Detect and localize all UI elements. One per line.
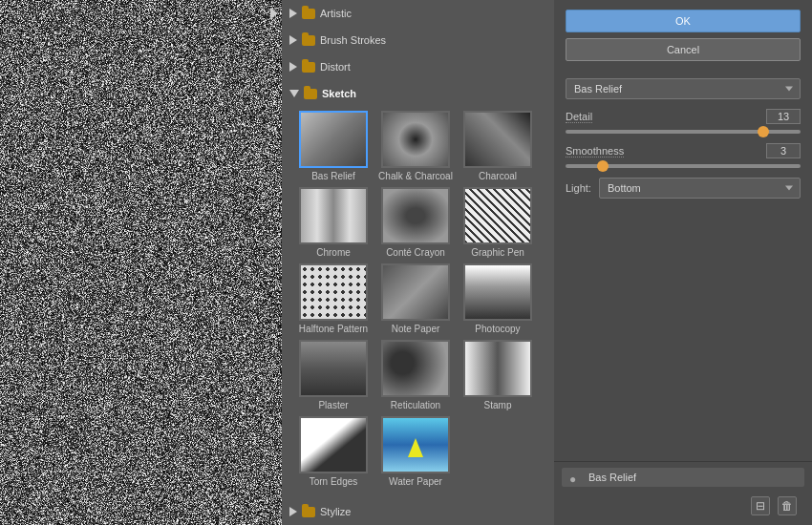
layer-item: Bas Relief [562, 468, 804, 487]
filter-thumb-note-paper[interactable]: Note Paper [377, 263, 454, 334]
filter-thumb-chalk-charcoal[interactable]: Chalk & Charcoal [377, 111, 454, 181]
detail-header: Detail [566, 109, 801, 124]
filter-section-header-distort[interactable]: Distort [282, 57, 554, 76]
light-row: Light: Bottom Top Left Right Top Left To… [566, 178, 801, 199]
section-label-distort: Distort [320, 61, 351, 73]
layer-toolbar: ⊟ 🗑 [562, 493, 804, 519]
filter-dropdown[interactable]: Bas Relief [566, 78, 801, 99]
delete-layer-button[interactable]: 🗑 [778, 496, 797, 515]
thumb-img-plaster [299, 340, 368, 397]
filter-dropdown-container: Bas Relief [566, 78, 801, 99]
filter-section-distort: Distort [282, 53, 554, 80]
add-layer-button[interactable]: ⊟ [751, 496, 770, 515]
layer-name: Bas Relief [588, 472, 636, 483]
thumb-label-conte-crayon: Conté Crayon [386, 247, 445, 258]
cancel-button[interactable]: Cancel [566, 38, 801, 61]
thumb-img-chalk-charcoal [381, 111, 450, 168]
section-label-brush-strokes: Brush Strokes [320, 34, 386, 46]
thumb-label-bas-relief: Bas Relief [311, 171, 355, 181]
thumb-img-charcoal [463, 111, 532, 168]
filter-thumb-bas-relief[interactable]: Bas Relief [295, 111, 372, 181]
filter-section-header-sketch[interactable]: Sketch [282, 84, 554, 103]
thumb-img-bas-relief [299, 111, 368, 168]
thumb-label-charcoal: Charcoal [479, 171, 517, 181]
thumb-img-reticulation [381, 340, 450, 397]
filter-thumb-stamp[interactable]: Stamp [459, 340, 536, 410]
detail-control: Detail [566, 109, 801, 134]
thumb-img-note-paper [381, 263, 450, 321]
section-label-artistic: Artistic [320, 8, 352, 19]
button-area: OK Cancel [554, 0, 812, 69]
collapse-triangle-brush-strokes [289, 35, 297, 45]
filter-thumb-plaster[interactable]: Plaster [295, 340, 372, 410]
preview-canvas [0, 0, 282, 525]
thumb-img-water-paper [381, 416, 450, 473]
light-label: Light: [566, 182, 591, 194]
smoothness-value[interactable] [766, 143, 801, 158]
thumb-label-plaster: Plaster [318, 400, 348, 410]
filter-thumb-chrome[interactable]: Chrome [295, 187, 372, 258]
smoothness-slider[interactable] [566, 164, 801, 168]
filter-thumb-torn-edges[interactable]: Torn Edges [295, 416, 372, 487]
folder-icon-brush-strokes [302, 35, 315, 46]
filter-thumb-charcoal[interactable]: Charcoal [459, 111, 536, 181]
thumb-img-stamp [463, 340, 532, 397]
collapse-triangle-distort [289, 62, 297, 72]
section-label-sketch: Sketch [322, 88, 356, 99]
light-dropdown[interactable]: Bottom Top Left Right Top Left Top Right… [599, 178, 801, 199]
thumb-label-photocopy: Photocopy [475, 324, 520, 334]
thumb-label-reticulation: Reticulation [391, 400, 440, 410]
thumb-img-photocopy [463, 263, 532, 321]
filter-thumb-reticulation[interactable]: Reticulation [377, 340, 454, 410]
folder-icon-artistic [302, 9, 315, 19]
thumb-img-chrome [299, 187, 368, 244]
thumb-label-graphic-pen: Graphic Pen [471, 247, 524, 258]
collapse-triangle-stylize [289, 507, 297, 516]
filter-section-brush-strokes: Brush Strokes [282, 27, 554, 53]
thumb-label-halftone-pattern: Halftone Pattern [299, 324, 368, 334]
filter-section-header-artistic[interactable]: Artistic [282, 4, 554, 23]
filter-panel: Artistic Brush Strokes Distort Sketch Ba… [282, 0, 554, 525]
filter-section-sketch: Sketch Bas ReliefChalk & CharcoalCharcoa… [282, 80, 554, 498]
thumb-label-chalk-charcoal: Chalk & Charcoal [378, 171, 453, 181]
layer-visibility-icon[interactable] [569, 472, 583, 482]
filter-thumb-photocopy[interactable]: Photocopy [459, 263, 536, 334]
filter-thumb-graphic-pen[interactable]: Graphic Pen [459, 187, 536, 258]
right-panel: OK Cancel Bas Relief Detail Smoothness [554, 0, 812, 525]
thumb-img-torn-edges [299, 416, 368, 473]
detail-label: Detail [566, 111, 592, 123]
folder-icon-distort [302, 62, 315, 73]
ok-button[interactable]: OK [566, 10, 801, 32]
filter-section-header-brush-strokes[interactable]: Brush Strokes [282, 31, 554, 50]
filter-thumb-halftone-pattern[interactable]: Halftone Pattern [295, 263, 372, 334]
thumb-label-torn-edges: Torn Edges [310, 476, 358, 487]
light-dropdown-container: Bottom Top Left Right Top Left Top Right… [599, 178, 801, 199]
thumb-label-stamp: Stamp [484, 400, 512, 410]
layer-section: Bas Relief ⊟ 🗑 [554, 461, 812, 525]
filter-section-stylize: Stylize [282, 498, 554, 525]
thumb-img-graphic-pen [463, 187, 532, 244]
sketch-filter-grid: Bas ReliefChalk & CharcoalCharcoalChrome… [282, 103, 554, 494]
preview-expand-arrow[interactable] [270, 8, 278, 19]
smoothness-control: Smoothness [566, 143, 801, 168]
filter-section-artistic: Artistic [282, 0, 554, 27]
preview-panel [0, 0, 282, 525]
folder-icon-sketch [304, 89, 317, 99]
section-label-stylize: Stylize [320, 506, 351, 517]
detail-slider[interactable] [566, 130, 801, 134]
thumb-img-halftone-pattern [299, 263, 368, 321]
collapse-triangle-artistic [289, 9, 297, 18]
filter-section-header-stylize[interactable]: Stylize [282, 502, 554, 521]
thumb-label-water-paper: Water Paper [389, 476, 442, 487]
filter-thumb-conte-crayon[interactable]: Conté Crayon [377, 187, 454, 258]
folder-icon-stylize [302, 507, 315, 517]
smoothness-header: Smoothness [566, 143, 801, 158]
filter-thumb-water-paper[interactable]: Water Paper [377, 416, 454, 487]
smoothness-label: Smoothness [566, 145, 624, 158]
thumb-label-chrome: Chrome [316, 247, 351, 258]
thumb-img-conte-crayon [381, 187, 450, 244]
controls-area: Bas Relief Detail Smoothness Light: [554, 69, 812, 461]
thumb-label-note-paper: Note Paper [392, 324, 440, 334]
detail-value[interactable] [766, 109, 801, 124]
collapse-triangle-sketch [289, 90, 299, 97]
